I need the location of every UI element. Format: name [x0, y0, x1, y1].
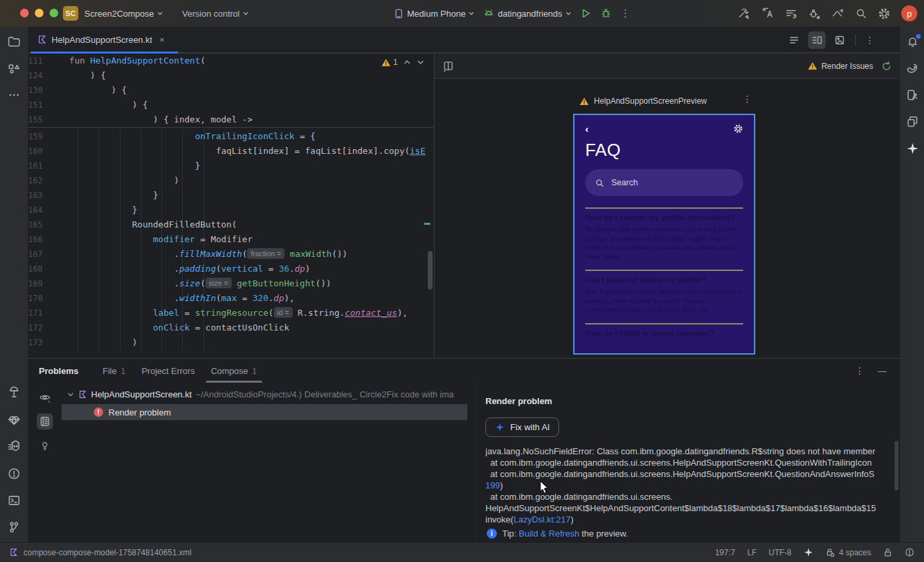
problems-tool-icon[interactable]: [6, 466, 22, 482]
logcat-tool-icon[interactable]: [6, 439, 22, 455]
preview-layout-icon[interactable]: [443, 60, 454, 72]
preview-title[interactable]: HelpAndSupportScreenPreview: [579, 96, 707, 106]
code-line[interactable]: 161 }: [28, 159, 434, 173]
editor-scrollbar[interactable]: [428, 251, 433, 290]
device-explorer-tool-icon[interactable]: [905, 114, 921, 130]
vcs-menu[interactable]: Version control: [182, 9, 248, 19]
code-line[interactable]: 165 RoundedFilledButton(: [28, 217, 434, 232]
gemini-status-icon[interactable]: [803, 547, 814, 557]
close-window-button[interactable]: [20, 9, 29, 17]
maximize-window-button[interactable]: [50, 9, 58, 17]
build-icon[interactable]: [738, 7, 751, 20]
project-tool-icon[interactable]: [6, 33, 22, 50]
code-line[interactable]: 124 ) {: [28, 68, 434, 83]
code-editor[interactable]: 111 fun HelpAndSupportContent(124 ) {130…: [28, 54, 434, 358]
trace-link[interactable]: LazyDsl.kt:217: [514, 514, 570, 525]
line-separator[interactable]: LF: [747, 548, 757, 557]
preview-options-menu[interactable]: ⋮: [743, 94, 752, 104]
preview-canvas[interactable]: HelpAndSupportScreenPreview ⋮ ‹ FAQ Sear…: [435, 79, 900, 358]
preview-eye-icon[interactable]: [37, 389, 53, 405]
settings-gear-icon[interactable]: [878, 7, 891, 20]
sync-translate-icon[interactable]: [761, 7, 774, 20]
code-line[interactable]: 162 ): [28, 173, 434, 188]
caret-position[interactable]: 197:7: [715, 548, 735, 557]
code-line[interactable]: 171 label = stringResource(id = R.string…: [28, 306, 434, 320]
problems-tab-project-errors[interactable]: Project Errors: [133, 359, 202, 383]
power-save-icon[interactable]: [905, 547, 915, 557]
run-configuration-selector[interactable]: datingandfriends: [483, 9, 570, 19]
file-encoding[interactable]: UTF-8: [769, 548, 791, 557]
preview-phone-frame[interactable]: ‹ FAQ Search How do I change my profile …: [573, 114, 755, 355]
problems-file-row[interactable]: HelpAndSupportScreen.kt ~/AndroidStudioP…: [62, 387, 475, 401]
code-line[interactable]: 159 onTrailingIconClick = {: [28, 129, 434, 144]
code-line[interactable]: 169 .size(size = getButtonHeight()): [28, 276, 434, 291]
notifications-bell-icon[interactable]: [905, 33, 921, 50]
code-line[interactable]: 168 .padding(vertical = 36.dp): [28, 262, 434, 276]
gradle-tool-icon[interactable]: [905, 60, 921, 76]
search-icon[interactable]: [855, 7, 867, 19]
tab-close-icon[interactable]: ×: [159, 35, 165, 45]
detail-scrollbar[interactable]: [895, 441, 899, 490]
running-devices-tool-icon[interactable]: [905, 87, 921, 103]
code-line[interactable]: 170 .widthIn(max = 320.dp),: [28, 291, 434, 306]
gemini-gem-tool-icon[interactable]: [6, 412, 22, 428]
code-line[interactable]: 167 .fillMaxWidth(fraction = maxWidth()): [28, 247, 434, 262]
terminal-tool-icon[interactable]: [6, 492, 22, 508]
problems-tab-file[interactable]: File1: [94, 359, 133, 383]
todo-list-icon[interactable]: [785, 7, 797, 20]
split-view-button[interactable]: [808, 31, 826, 49]
code-line[interactable]: 173 ): [28, 335, 434, 350]
minimize-window-button[interactable]: [35, 9, 44, 17]
inspection-widget[interactable]: 1: [381, 58, 425, 67]
code-line[interactable]: 151 ) {: [28, 98, 434, 112]
run-more-actions-menu[interactable]: ⋮: [621, 7, 631, 19]
prev-problem-icon[interactable]: [403, 58, 411, 66]
attach-debugger-icon[interactable]: [808, 7, 821, 20]
quick-fix-bulb-icon[interactable]: [37, 438, 53, 454]
line-number: 171: [28, 306, 48, 320]
code-line[interactable]: 160 faqList[index] = faqList[index].copy…: [28, 144, 434, 159]
debug-button[interactable]: [601, 8, 611, 19]
indent-setting[interactable]: 4 spaces: [826, 548, 871, 557]
project-menu[interactable]: Screen2Compose: [84, 9, 163, 19]
design-view-button[interactable]: [831, 31, 848, 49]
profiler-icon[interactable]: [832, 7, 844, 20]
tree-expand-chevron-icon[interactable]: [67, 391, 74, 398]
build-tool-icon[interactable]: [6, 385, 22, 401]
user-avatar[interactable]: p: [901, 5, 917, 21]
run-button[interactable]: [581, 8, 591, 19]
editor-tab[interactable]: HelpAndSupportScreen.kt ×: [28, 27, 173, 52]
code-line[interactable]: 164 }: [28, 203, 434, 217]
hide-panel-icon[interactable]: —: [878, 366, 887, 376]
refresh-preview-icon[interactable]: [881, 61, 892, 72]
next-problem-icon[interactable]: [416, 58, 425, 66]
render-issues-button[interactable]: Render Issues: [807, 62, 873, 71]
trace-link[interactable]: 199: [485, 480, 500, 490]
code-line[interactable]: 172 onClick = contactUsOnClick: [28, 320, 434, 335]
code-line[interactable]: 155 ) { index, model ->: [28, 112, 434, 127]
vcs-change-marker: [424, 223, 431, 225]
structure-tool-icon[interactable]: [6, 60, 22, 76]
window-controls: [20, 9, 58, 17]
code-line[interactable]: 166 modifier = Modifier: [28, 232, 434, 247]
kotlin-file-icon: [78, 390, 87, 399]
code-line[interactable]: 111 fun HelpAndSupportContent(: [28, 54, 434, 68]
readonly-lock-icon[interactable]: [883, 548, 893, 557]
gemini-sparkle-icon[interactable]: [905, 140, 921, 157]
code-view-button[interactable]: [785, 31, 803, 49]
code-line[interactable]: 130 ) {: [28, 83, 434, 98]
open-in-editor-icon[interactable]: [37, 413, 53, 430]
problems-tree: HelpAndSupportScreen.kt ~/AndroidStudioP…: [62, 383, 475, 542]
kotlin-file-icon: [37, 35, 47, 44]
build-refresh-link[interactable]: Build & Refresh: [519, 529, 579, 539]
code-line[interactable]: 163 }: [28, 188, 434, 203]
panel-options-menu[interactable]: ⋮: [855, 365, 864, 376]
editor-options-menu[interactable]: ⋮: [862, 35, 877, 45]
version-control-tool-icon[interactable]: [6, 519, 22, 535]
more-tool-windows-icon[interactable]: [6, 87, 22, 103]
problems-tab-compose[interactable]: Compose1: [203, 359, 265, 383]
fix-with-ai-button[interactable]: Fix with AI: [485, 417, 559, 437]
device-selector[interactable]: Medium Phone: [394, 9, 474, 19]
info-icon: i: [487, 529, 497, 539]
render-problem-row[interactable]: ! Render problem: [62, 404, 467, 420]
